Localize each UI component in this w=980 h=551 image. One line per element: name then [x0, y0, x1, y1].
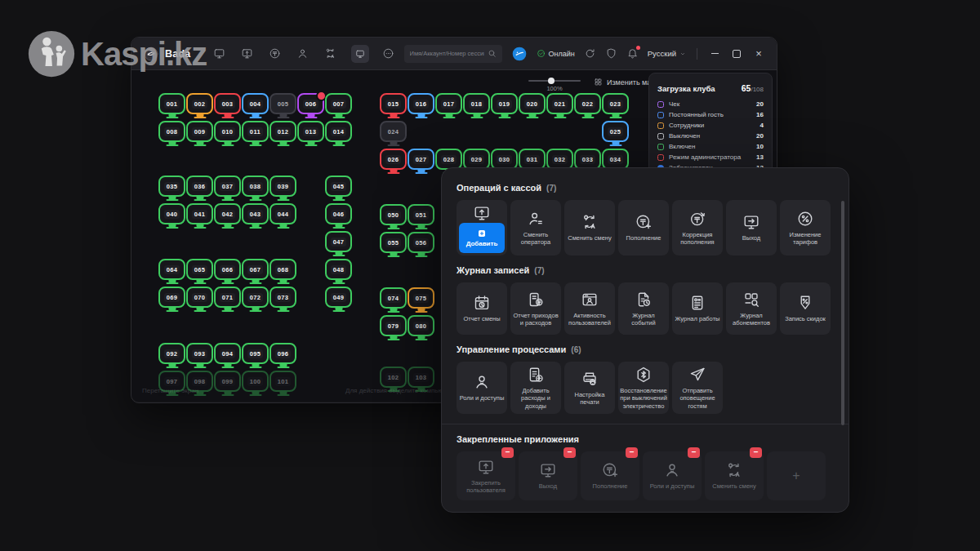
add-session-icon[interactable] [241, 47, 253, 60]
monitor-071[interactable]: 071 [214, 287, 241, 308]
monitor-011[interactable]: 011 [242, 121, 269, 142]
monitor-021[interactable]: 021 [546, 93, 573, 114]
add-pinned-app-button[interactable]: + [767, 451, 826, 500]
monitor-056[interactable]: 056 [408, 232, 434, 253]
monitor-038[interactable]: 038 [242, 176, 269, 197]
monitor-048[interactable]: 048 [325, 259, 352, 280]
action-user-roles[interactable]: Роли и доступы– [643, 451, 702, 500]
monitor-004[interactable]: 004 [242, 93, 269, 114]
action-topup-correction[interactable]: Коррекция пополнения [672, 200, 723, 256]
monitor-066[interactable]: 066 [214, 259, 241, 280]
change-shift-icon[interactable] [324, 47, 336, 60]
action-printer-gear[interactable]: Настройка печати [564, 362, 615, 414]
action-doc-report[interactable]: Журнал работы [672, 282, 723, 335]
monitor-098[interactable]: 098 [186, 371, 213, 392]
monitor-067[interactable]: 067 [242, 259, 269, 280]
monitor-074[interactable]: 074 [380, 287, 407, 309]
guests-icon[interactable] [296, 47, 309, 60]
remove-pinned-badge[interactable]: – [501, 447, 514, 458]
monitor-037[interactable]: 037 [214, 176, 241, 197]
monitor-013[interactable]: 013 [297, 121, 324, 142]
language-selector[interactable]: Русский [648, 49, 686, 58]
monitor-008[interactable]: 008 [158, 121, 185, 142]
action-operator[interactable]: Сменить оператора [510, 200, 561, 256]
monitor-094[interactable]: 094 [214, 343, 241, 364]
monitor-101[interactable]: 101 [270, 371, 296, 392]
monitor-069[interactable]: 069 [158, 287, 185, 308]
action-monitor-exit[interactable]: Выход– [519, 451, 577, 500]
more-icon[interactable] [382, 47, 394, 60]
action-doc-plus[interactable]: Добавить расходы и доходы [510, 362, 561, 414]
action-browser-user[interactable]: Активность пользователей [564, 282, 615, 335]
monitor-002[interactable]: 002 [186, 93, 213, 114]
monitor-095[interactable]: 095 [242, 343, 269, 364]
action-percent-circle[interactable]: Изменение тарифов [780, 200, 831, 256]
monitor-017[interactable]: 017 [435, 93, 462, 114]
monitor-005[interactable]: 005 [270, 93, 296, 114]
monitor-103[interactable]: 103 [408, 367, 434, 388]
monitor-072[interactable]: 072 [242, 287, 269, 308]
monitor-047[interactable]: 047 [325, 231, 352, 252]
search-input[interactable]: Имя/Аккаунт/Номер сессий [404, 45, 502, 63]
monitor-049[interactable]: 049 [325, 287, 352, 308]
monitor-097[interactable]: 097 [158, 371, 185, 392]
action-topup[interactable]: Пополнение [618, 200, 669, 256]
action-calendar-clock[interactable]: Отчет смены [457, 282, 507, 335]
monitor-079[interactable]: 079 [380, 315, 407, 336]
monitor-044[interactable]: 044 [270, 203, 296, 224]
monitor-070[interactable]: 070 [186, 287, 213, 308]
scrollbar[interactable] [841, 201, 844, 425]
monitor-075[interactable]: 075 [408, 287, 434, 309]
close-button[interactable]: × [752, 47, 765, 60]
monitor-016[interactable]: 016 [408, 93, 434, 114]
monitor-093[interactable]: 093 [186, 343, 213, 364]
action-paper-plane[interactable]: Отправить оповещение гостям [672, 362, 723, 414]
monitor-018[interactable]: 018 [463, 93, 490, 114]
monitor-039[interactable]: 039 [270, 176, 296, 197]
monitor-022[interactable]: 022 [574, 93, 601, 114]
active-tool-tile[interactable] [351, 45, 369, 63]
action-shift-change[interactable]: Сменить смену [564, 200, 615, 256]
monitor-051[interactable]: 051 [408, 204, 434, 225]
monitor-045[interactable]: 045 [325, 176, 352, 197]
monitor-042[interactable]: 042 [214, 203, 241, 224]
action-user-roles[interactable]: Роли и доступы [457, 362, 507, 414]
remove-pinned-badge[interactable]: – [688, 447, 700, 458]
action-topup[interactable]: Пополнение– [581, 451, 639, 500]
action-shift-change[interactable]: Сменить смену– [705, 451, 764, 500]
monitor-065[interactable]: 065 [186, 259, 213, 280]
monitor-080[interactable]: 080 [408, 315, 434, 336]
monitor-027[interactable]: 027 [408, 149, 434, 170]
monitor-006[interactable]: 006 [297, 93, 324, 114]
monitor-050[interactable]: 050 [380, 204, 407, 225]
monitor-001[interactable]: 001 [158, 93, 185, 114]
monitor-010[interactable]: 010 [214, 121, 241, 142]
add-button[interactable]: Добавить [459, 223, 505, 253]
monitor-046[interactable]: 046 [325, 203, 352, 224]
remove-pinned-badge[interactable]: – [564, 447, 576, 458]
shield-icon[interactable] [605, 47, 617, 60]
monitor-100[interactable]: 100 [242, 371, 269, 392]
monitor-055[interactable]: 055 [380, 232, 407, 253]
monitor-019[interactable]: 019 [491, 93, 518, 114]
monitor-035[interactable]: 035 [158, 176, 185, 197]
slider-knob[interactable] [548, 78, 555, 84]
refresh-icon[interactable] [584, 47, 596, 60]
monitor-020[interactable]: 020 [519, 93, 546, 114]
action-doc-clock[interactable]: Журнал событий [618, 282, 669, 335]
monitors-view-icon[interactable] [213, 47, 225, 60]
action-monitor-plus[interactable]: Добавить [457, 200, 507, 256]
zoom-slider[interactable]: 100% [528, 80, 581, 92]
monitor-068[interactable]: 068 [270, 259, 296, 280]
monitor-007[interactable]: 007 [325, 93, 352, 114]
maximize-button[interactable] [730, 47, 743, 60]
monitor-012[interactable]: 012 [270, 121, 296, 142]
monitor-099[interactable]: 099 [214, 371, 241, 392]
monitor-015[interactable]: 015 [380, 93, 407, 114]
monitor-064[interactable]: 064 [158, 259, 185, 280]
action-monitor-exit[interactable]: Выход [726, 200, 777, 256]
action-grid-search[interactable]: Журнал абонементов [726, 282, 777, 335]
remove-pinned-badge[interactable]: – [626, 447, 638, 458]
monitor-041[interactable]: 041 [186, 203, 213, 224]
monitor-073[interactable]: 073 [270, 287, 296, 308]
